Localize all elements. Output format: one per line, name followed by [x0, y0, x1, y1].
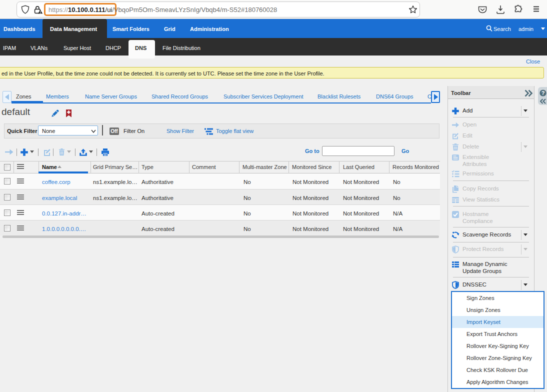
svg-text:?: ? [542, 90, 545, 96]
